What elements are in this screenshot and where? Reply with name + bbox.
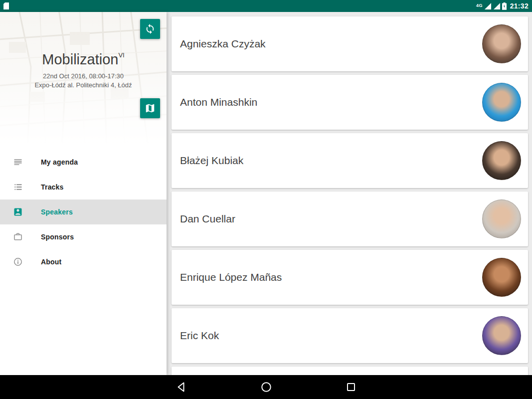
recents-button[interactable] xyxy=(345,381,357,394)
signal-icon xyxy=(484,2,492,10)
speaker-list-item[interactable]: Eric Kok xyxy=(172,308,528,363)
app-title: MobilizationVI xyxy=(0,51,167,68)
sponsors-icon xyxy=(13,232,23,242)
sidebar-item-my-agenda[interactable]: My agenda xyxy=(0,150,167,175)
sidebar-item-label: Speakers xyxy=(41,208,73,216)
home-button[interactable] xyxy=(260,381,273,394)
event-venue: Expo-Łódź al. Politechniki 4, Łódź xyxy=(0,81,167,89)
speaker-avatar xyxy=(482,200,521,238)
sidebar-item-about[interactable]: About xyxy=(0,249,167,274)
agenda-icon xyxy=(13,157,23,167)
map-icon xyxy=(145,103,156,114)
speaker-avatar xyxy=(482,258,521,297)
speaker-list-item[interactable]: Dan Cuellar xyxy=(172,192,528,246)
drawer-header: MobilizationVI 22nd Oct 2016, 08:00-17:3… xyxy=(0,12,167,150)
speaker-name: Anton Minashkin xyxy=(180,96,257,108)
speaker-avatar xyxy=(482,316,521,355)
drawer-menu: My agenda Tracks Speakers Sponsors About xyxy=(0,150,167,274)
speaker-avatar xyxy=(482,24,521,63)
network-type-label: 4G xyxy=(476,3,483,8)
sync-button[interactable] xyxy=(140,19,160,39)
system-nav-bar xyxy=(0,375,532,399)
about-icon xyxy=(13,257,23,267)
sidebar-item-label: Sponsors xyxy=(41,233,74,241)
speaker-list-item-partial[interactable] xyxy=(172,367,528,375)
speaker-avatar xyxy=(482,83,521,122)
speaker-list-items: Agnieszka Czyżak Anton Minashkin Błażej … xyxy=(172,16,528,363)
sidebar-item-label: Tracks xyxy=(41,183,64,191)
android-screen: 4G 21:32 xyxy=(0,0,532,399)
speaker-list[interactable]: Agnieszka Czyżak Anton Minashkin Błażej … xyxy=(167,12,532,375)
sync-icon xyxy=(145,23,156,34)
tracks-icon xyxy=(13,182,23,192)
map-button[interactable] xyxy=(140,98,160,118)
speaker-list-item[interactable]: Enrique López Mañas xyxy=(172,250,528,305)
speaker-list-item[interactable]: Agnieszka Czyżak xyxy=(172,16,528,71)
navigation-drawer: MobilizationVI 22nd Oct 2016, 08:00-17:3… xyxy=(0,12,167,375)
sidebar-item-speakers[interactable]: Speakers xyxy=(0,200,167,224)
speaker-list-item[interactable]: Błażej Kubiak xyxy=(172,133,528,188)
sd-card-icon xyxy=(3,2,9,9)
recents-icon xyxy=(345,381,357,393)
sidebar-item-sponsors[interactable]: Sponsors xyxy=(0,224,167,249)
speakers-icon xyxy=(13,207,23,217)
back-icon xyxy=(176,381,187,393)
battery-icon xyxy=(502,2,507,10)
event-date: 22nd Oct 2016, 08:00-17:30 xyxy=(0,72,167,80)
speaker-name: Dan Cuellar xyxy=(180,213,235,225)
sidebar-item-tracks[interactable]: Tracks xyxy=(0,175,167,200)
status-bar: 4G 21:32 xyxy=(0,0,532,12)
speaker-avatar xyxy=(482,141,521,180)
app-title-superscript: VI xyxy=(118,51,124,59)
sidebar-item-label: My agenda xyxy=(41,158,78,166)
signal-icon xyxy=(493,2,501,10)
speaker-name: Agnieszka Czyżak xyxy=(180,38,266,50)
clock: 21:32 xyxy=(510,2,529,10)
home-icon xyxy=(260,381,272,393)
speaker-name: Eric Kok xyxy=(180,330,219,342)
speaker-name: Błażej Kubiak xyxy=(180,155,243,167)
back-button[interactable] xyxy=(175,381,188,394)
sidebar-item-label: About xyxy=(41,258,61,266)
speaker-list-item[interactable]: Anton Minashkin xyxy=(172,75,528,130)
speaker-name: Enrique López Mañas xyxy=(180,271,282,283)
